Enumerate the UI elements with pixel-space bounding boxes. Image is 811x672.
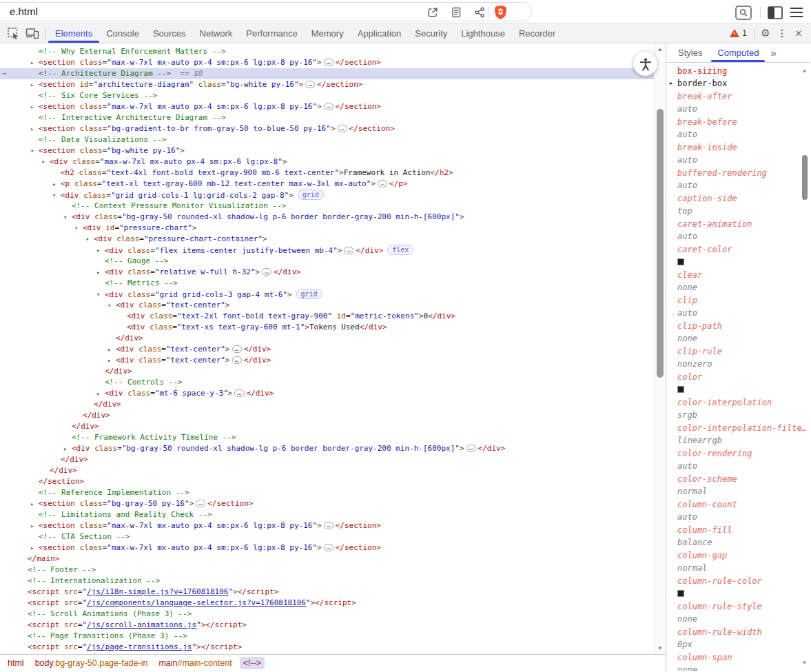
- breadcrumb-item[interactable]: html: [4, 657, 28, 669]
- expand-inline-button[interactable]: …: [232, 356, 242, 364]
- expand-arrow-icon[interactable]: ▸: [107, 344, 111, 355]
- expand-arrow-icon[interactable]: ▸: [96, 245, 100, 256]
- expand-inline-button[interactable]: …: [338, 125, 347, 132]
- scroll-up-icon[interactable]: ▲: [800, 68, 809, 74]
- expand-arrow-icon[interactable]: ▸: [30, 101, 34, 112]
- tab-elements[interactable]: Elements: [48, 23, 99, 43]
- computed-property-row[interactable]: break-insideauto: [666, 141, 810, 167]
- tab-performance[interactable]: Performance: [239, 23, 304, 43]
- code-line[interactable]: ▸<div class="text-center">…</div>: [0, 355, 654, 366]
- code-line-selected[interactable]: ⋯<!-- Architecture Diagram --> == $0: [0, 68, 654, 79]
- code-line[interactable]: ▸<section class="bg-gradient-to-br from-…: [0, 123, 654, 134]
- sidebar-toggle-icon[interactable]: [767, 4, 783, 21]
- computed-property-row[interactable]: column-spannone: [666, 651, 810, 671]
- code-line[interactable]: <script src="/js/components/language-sel…: [0, 598, 654, 609]
- expand-arrow-icon[interactable]: ▸: [30, 123, 34, 134]
- sidebar-tab-styles[interactable]: Styles: [670, 43, 710, 62]
- expand-inline-button[interactable]: …: [232, 345, 242, 353]
- collapse-arrow-icon[interactable]: ▾: [63, 212, 67, 223]
- computed-property-row[interactable]: column-gapnormal: [666, 549, 810, 575]
- code-line[interactable]: ▾<div class="bg-gray-50 rounded-xl shado…: [0, 212, 654, 223]
- code-line[interactable]: ▸<section class="max-w-7xl mx-auto px-4 …: [0, 520, 654, 531]
- code-line[interactable]: <!-- Framework Activity Timeline -->: [0, 432, 654, 443]
- code-line[interactable]: <!-- Gauge -->: [0, 256, 654, 267]
- expand-inline-button[interactable]: …: [234, 389, 244, 397]
- code-line[interactable]: <script src="/js/page-transitions.js"></…: [0, 642, 654, 653]
- expand-arrow-icon[interactable]: ▸: [30, 57, 34, 68]
- code-line[interactable]: ▸<div class="mt-6 space-y-3">…</div>: [0, 388, 654, 399]
- collapse-arrow-icon[interactable]: ▾: [96, 289, 100, 300]
- expand-inline-button[interactable]: …: [324, 544, 333, 551]
- tab-console[interactable]: Console: [99, 23, 146, 43]
- computed-property-row[interactable]: caret-color: [666, 243, 810, 269]
- sidebar-tab-computed[interactable]: Computed: [710, 43, 766, 62]
- scroll-down-icon[interactable]: ▼: [655, 645, 666, 651]
- breadcrumb-item[interactable]: main#main-content: [155, 657, 235, 669]
- code-line[interactable]: <!-- Data Visualizations -->: [0, 134, 654, 145]
- computed-property-row[interactable]: clip-rulenonzero: [666, 345, 810, 371]
- page-title[interactable]: e.html: [10, 6, 38, 17]
- tab-sources[interactable]: Sources: [146, 23, 193, 43]
- code-line[interactable]: </section>: [0, 476, 654, 487]
- scrollbar-thumb[interactable]: [802, 155, 808, 200]
- code-line[interactable]: <!-- Interactive Architecture Diagram --…: [0, 112, 654, 123]
- code-line[interactable]: <h2 class="text-4xl font-bold text-gray-…: [0, 167, 654, 179]
- scroll-up-icon[interactable]: ▲: [655, 46, 666, 52]
- device-toolbar-icon[interactable]: [23, 24, 42, 42]
- computed-property-row[interactable]: clipauto: [666, 294, 810, 320]
- code-line[interactable]: <!-- Footer -->: [0, 564, 654, 576]
- code-line[interactable]: ▾<div class="grid grid-cols-3 gap-4 mt-6…: [0, 289, 654, 300]
- computed-property-row[interactable]: color-interpolationsrgb: [666, 396, 810, 422]
- scrollbar-thumb[interactable]: [657, 109, 664, 378]
- collapse-arrow-icon[interactable]: ▾: [41, 156, 45, 167]
- code-line[interactable]: </div>: [0, 454, 654, 465]
- more-tabs-icon[interactable]: »: [770, 47, 776, 59]
- expand-inline-button[interactable]: …: [324, 522, 333, 529]
- code-line[interactable]: <!-- Scroll Animations (Phase 3) -->: [0, 609, 654, 620]
- code-line[interactable]: </div>: [0, 410, 654, 421]
- tab-memory[interactable]: Memory: [305, 23, 351, 43]
- tab-recorder[interactable]: Recorder: [512, 23, 562, 43]
- computed-property-row[interactable]: column-rule-width0px: [666, 626, 810, 651]
- code-line[interactable]: </main>: [0, 553, 654, 564]
- close-devtools-icon[interactable]: ✕: [790, 25, 807, 41]
- expand-arrow-icon[interactable]: ▸: [107, 355, 111, 366]
- kebab-menu-icon[interactable]: ⋮: [774, 25, 790, 41]
- expand-arrow-icon[interactable]: ▸: [52, 179, 56, 190]
- code-line[interactable]: <!-- Why External Enforcement Matters --…: [0, 46, 654, 57]
- collapse-arrow-icon[interactable]: ▾: [30, 145, 34, 156]
- code-line[interactable]: </div>: [0, 366, 654, 377]
- code-line[interactable]: ▸<p class="text-xl text-gray-600 mb-12 t…: [0, 179, 654, 190]
- overflow-dots-icon[interactable]: ⋯: [2, 68, 6, 79]
- layout-badge-grid[interactable]: grid: [296, 289, 322, 299]
- code-line[interactable]: ▸<section class="bg-gray-50 py-16">…</se…: [0, 498, 654, 509]
- expand-inline-button[interactable]: …: [196, 500, 205, 507]
- open-in-new-icon[interactable]: [424, 4, 441, 21]
- collapse-arrow-icon[interactable]: ▾: [52, 190, 56, 201]
- scroll-down-icon[interactable]: ▼: [800, 660, 809, 666]
- computed-property-row[interactable]: clip-pathnone: [666, 320, 810, 345]
- reader-mode-icon[interactable]: [448, 4, 464, 21]
- code-line[interactable]: <script src="/js/i18n-simple.js?v=176081…: [0, 587, 654, 598]
- code-line[interactable]: ▸<section class="max-w-7xl mx-auto px-4 …: [0, 101, 654, 112]
- expand-arrow-icon[interactable]: ▸: [30, 520, 34, 531]
- expand-arrow-icon[interactable]: ▸: [30, 498, 34, 509]
- inspect-element-icon[interactable]: [3, 24, 23, 42]
- computed-property-row[interactable]: color-schemenormal: [666, 473, 810, 498]
- tab-lighthouse[interactable]: Lighthouse: [454, 23, 512, 43]
- code-line[interactable]: ▾<div class="grid grid-cols-1 lg:grid-co…: [0, 190, 654, 201]
- code-line[interactable]: <!-- Controls -->: [0, 377, 654, 388]
- code-line[interactable]: <!-- Page Transitions (Phase 3) -->: [0, 631, 654, 642]
- expand-arrow-icon[interactable]: ▸: [30, 79, 34, 90]
- computed-property-row[interactable]: caret-animationauto: [666, 218, 810, 243]
- code-line[interactable]: </div>: [0, 465, 654, 476]
- breadcrumb-item[interactable]: <!-->: [240, 657, 265, 669]
- code-line[interactable]: </div>: [0, 333, 654, 344]
- find-in-page-icon[interactable]: [735, 4, 752, 21]
- accessibility-fab[interactable]: [633, 52, 657, 76]
- code-line[interactable]: <div class="text-2xl font-bold text-gray…: [0, 311, 654, 322]
- computed-property-row[interactable]: column-rule-stylenone: [666, 600, 810, 626]
- tab-security[interactable]: Security: [408, 23, 454, 43]
- computed-property-row[interactable]: break-beforeauto: [666, 116, 810, 141]
- computed-property-row[interactable]: column-rule-color: [666, 575, 810, 600]
